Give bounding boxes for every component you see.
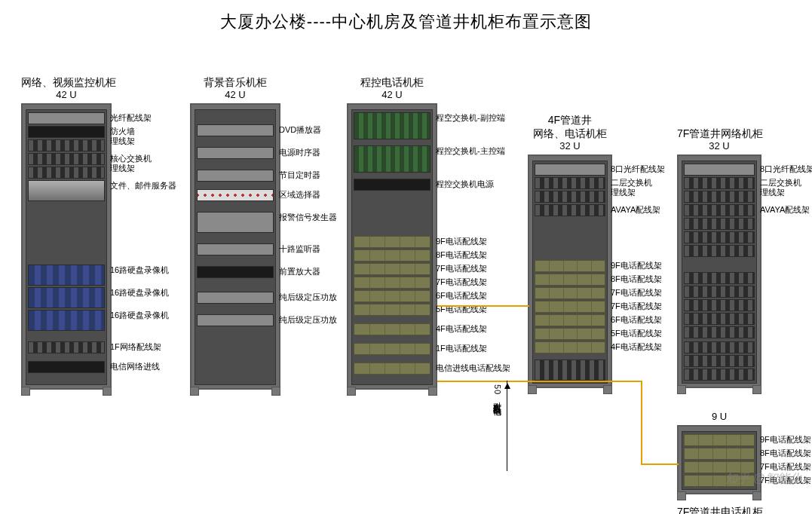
- device-sw5: [684, 286, 755, 298]
- device-pbx-main: 程控交换机-主控端: [354, 145, 431, 173]
- label: 十路监听器: [279, 244, 320, 254]
- device-avaya: AVAYA配线架: [684, 204, 755, 216]
- rack-4f-pipe-well: 4F管道井 网络、电话机柜 32 U 8口光纤配线架 二层交换机 理线架 AVA…: [528, 113, 612, 388]
- label: 6F电话配线架: [436, 291, 487, 301]
- label: 节目定时器: [279, 170, 320, 180]
- rack-size: 42 U: [190, 89, 280, 100]
- device-cable-mgr: [684, 191, 755, 203]
- label: 8口光纤配线架: [760, 164, 812, 174]
- rack-size: 32 U: [677, 140, 761, 151]
- label: 9F电话配线架: [436, 237, 487, 246]
- label: 电信网络进线: [110, 362, 160, 372]
- label: 二层交换机 理线架: [611, 178, 652, 197]
- device-l2-switch: 二层交换机 理线架: [684, 177, 755, 189]
- label: 4F电话配线架: [611, 342, 662, 352]
- label: AVAYA配线架: [611, 205, 660, 215]
- device-sw3: [684, 245, 755, 257]
- rack-background-music: 背景音乐机柜 42 U DVD播放器 电源时序器 节目定时器 区域选择器 报警信…: [190, 75, 280, 390]
- device-patch-1f: 1F电话配线架: [354, 343, 431, 355]
- device-sw11: [684, 369, 755, 381]
- rack-size: 32 U: [528, 140, 612, 151]
- device-patch-4f: 4F电话配线架: [535, 341, 605, 353]
- device-1f-net-patch: 1F网络配线架: [28, 341, 105, 353]
- device-sw7: [684, 313, 755, 325]
- rack-title: 网络、视频监控机柜: [21, 75, 112, 89]
- device-power-seq: 电源时序器: [197, 147, 274, 159]
- device-patch-4f: 4F电话配线架: [354, 323, 431, 335]
- telecom-arrow: [507, 381, 507, 471]
- device-alarm-gen: 报警信号发生器: [197, 212, 274, 233]
- label: DVD播放器: [279, 125, 321, 135]
- device-prog-timer: 节目定时器: [197, 170, 274, 182]
- device-sw2: [684, 231, 755, 243]
- rack-size: 42 U: [21, 89, 112, 100]
- rack-title: 7F管道井电话机柜: [677, 505, 761, 514]
- device-patch-5f: 5F电话配线架: [535, 328, 605, 340]
- device-preamp: 前置放大器: [197, 266, 274, 278]
- link-to-r6: [641, 464, 679, 465]
- diagram-canvas: 网络、视频监控机柜 42 U 光纤配线架 防火墙 理线架 核心交换机 理线架 文…: [0, 45, 812, 512]
- link-r3-to-r4: [437, 305, 529, 307]
- label: 6F电话配线架: [611, 315, 662, 325]
- label: 文件、邮件服务器: [110, 181, 176, 191]
- label: AVAYA配线架: [760, 205, 810, 215]
- watermark: 知乎 @智能化: [725, 471, 801, 487]
- label: 7F电话配线架: [436, 277, 487, 287]
- label: 8F电话配线架: [436, 250, 487, 260]
- device-pbx-sub: 程空交换机-副控端: [354, 112, 431, 139]
- device-fiber-patch: 光纤配线架: [28, 112, 105, 124]
- device-sw10: [684, 355, 755, 367]
- device-sw9: [684, 341, 755, 353]
- rack-7f-network: 7F管道井网络机柜 32 U 8口光纤配线架 二层交换机 理线架 AVAYA配线…: [677, 127, 761, 388]
- device-patch-7f-a: 7F电话配线架: [535, 287, 605, 299]
- rack-title: 4F管道井 网络、电话机柜: [528, 113, 612, 140]
- label: 二层交换机 理线架: [760, 178, 801, 197]
- device-amp-2: 纯后级定压功放: [197, 314, 274, 326]
- device-core-switch: 核心交换机 理线架: [28, 153, 105, 165]
- label: 8F电话配线架: [611, 274, 662, 284]
- label: 程控交换机-主控端: [436, 146, 505, 156]
- device-patch-9f: 9F电话配线架: [535, 260, 605, 272]
- label: 前置放大器: [279, 267, 320, 277]
- label: 纯后级定压功放: [279, 315, 337, 325]
- device-patch-8f: 8F电话配线架: [354, 249, 431, 262]
- device-dvr-1: 16路硬盘录像机: [28, 265, 105, 286]
- label: 纯后级定压功放: [279, 292, 337, 302]
- label: 报警信号发生器: [279, 213, 337, 222]
- device-bottom: [535, 359, 605, 381]
- rack-size: 42 U: [347, 89, 437, 100]
- rack-network-video: 网络、视频监控机柜 42 U 光纤配线架 防火墙 理线架 核心交换机 理线架 文…: [21, 75, 112, 390]
- device-sw8: [684, 326, 755, 338]
- rack-pbx-phone: 程控电话机柜 42 U 程空交换机-副控端 程控交换机-主控端 程控交换机电源 …: [347, 75, 437, 390]
- device-l2-switch: 二层交换机 理线架: [535, 177, 605, 189]
- device-patch-6f: 6F电话配线架: [354, 290, 431, 302]
- label: 7F电话配线架: [436, 264, 487, 274]
- label: 16路硬盘录像机: [110, 288, 169, 298]
- device-patch-7f-b: 7F电话配线架: [354, 277, 431, 289]
- label: 核心交换机 理线架: [110, 154, 152, 173]
- device-dvd: DVD播放器: [197, 124, 274, 136]
- label: 7F电话配线架: [611, 301, 662, 311]
- device-patch-9f: 9F电话配线架: [684, 434, 755, 446]
- device-10ch-monitor: 十路监听器: [197, 243, 274, 255]
- label: 8口光纤配线架: [611, 164, 665, 174]
- device-cable-mgr: [684, 218, 755, 230]
- rack-title: 7F管道井网络机柜: [677, 127, 761, 140]
- label: 9F电话配线架: [760, 435, 811, 445]
- device-avaya: AVAYA配线架: [535, 204, 605, 216]
- label: 区域选择器: [279, 190, 320, 200]
- device-patch-8f: 8F电话配线架: [535, 274, 605, 286]
- label: 4F电话配线架: [436, 324, 487, 334]
- telecom-note: 50对大对数线引自电信: [492, 384, 503, 402]
- label: 光纤配线架: [110, 113, 152, 123]
- label: 16路硬盘录像机: [110, 265, 169, 275]
- device-file-mail: 文件、邮件服务器: [28, 180, 105, 201]
- label: 16路硬盘录像机: [110, 311, 169, 320]
- label: 7F电话配线架: [611, 288, 662, 298]
- device-pbx-power: 程控交换机电源: [354, 179, 431, 191]
- rack-size: 9 U: [677, 411, 761, 422]
- device-patch-7f-b: 7F电话配线架: [535, 301, 605, 313]
- label: 8F电话配线架: [760, 448, 811, 458]
- label: 电信进线电话配线架: [436, 363, 510, 373]
- device-patch-telecom-in: 电信进线电话配线架: [354, 363, 431, 375]
